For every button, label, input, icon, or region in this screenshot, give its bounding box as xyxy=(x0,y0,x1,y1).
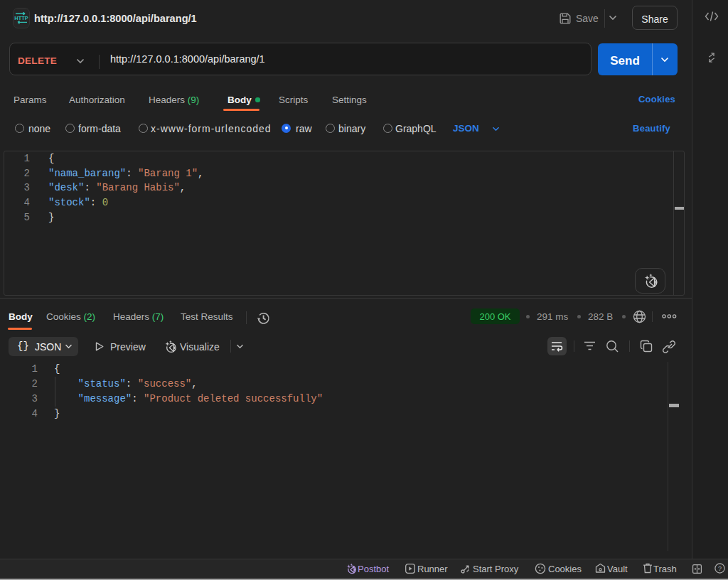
svg-text:HTTP: HTTP xyxy=(14,15,28,21)
svg-text:?: ? xyxy=(718,565,722,572)
